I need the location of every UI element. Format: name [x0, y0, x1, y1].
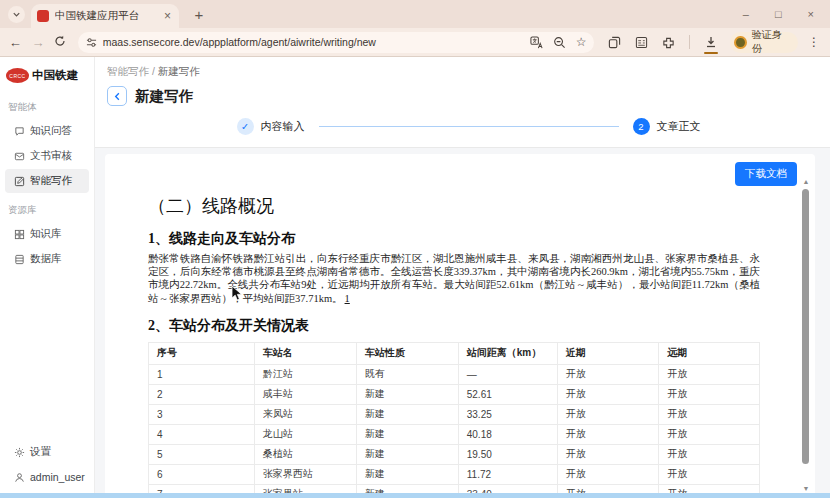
chevron-down-icon	[12, 10, 21, 19]
table-cell: 开放	[557, 464, 658, 484]
browser-tab[interactable]: 中国铁建应用平台 ×	[31, 4, 179, 28]
sidebar-item-knowledge-base[interactable]: 知识库	[5, 222, 89, 246]
chevron-left-icon	[113, 92, 122, 101]
scroll-down-icon[interactable]: ▼	[800, 485, 812, 492]
table-cell: 3	[149, 404, 255, 424]
page-header: 智能写作 / 新建写作 新建写作 ✓ 内容输入 2 文章正文	[95, 57, 830, 148]
download-doc-button[interactable]: 下载文档	[735, 162, 797, 186]
table-cell: 6	[149, 464, 255, 484]
table-header-cell: 车站性质	[356, 342, 458, 364]
breadcrumb: 智能写作 / 新建写作	[107, 65, 830, 79]
doc-subheading-1: 1、线路走向及车站分布	[148, 230, 760, 248]
table-header-row: 序号车站名车站性质站间距离（km）近期远期	[149, 342, 760, 364]
sidebar-item-label: 文书审核	[30, 149, 72, 163]
magnifier-minus-icon	[553, 36, 566, 49]
extensions-button[interactable]	[662, 36, 675, 49]
document-body: （二）线路概况 1、线路走向及车站分布 黔张常铁路自渝怀铁路黔江站引出，向东行经…	[105, 154, 815, 498]
table-cell: 开放	[557, 424, 658, 444]
table-cell: 1	[149, 364, 255, 384]
sidebar-item-doc-review[interactable]: 文书审核	[5, 144, 89, 168]
doc-subheading-2: 2、车站分布及开关情况表	[148, 317, 760, 335]
zoom-button[interactable]	[553, 36, 566, 49]
table-cell: 开放	[659, 384, 760, 404]
forward-button[interactable]: →	[27, 35, 50, 50]
table-cell: 既有	[356, 364, 458, 384]
avatar	[734, 36, 746, 49]
table-cell: 40.18	[458, 424, 557, 444]
browser-menu-button[interactable]: ⋮	[808, 35, 820, 49]
tab-search-button[interactable]	[8, 6, 25, 23]
tab-groups-button[interactable]	[608, 36, 621, 49]
tab-groups-icon	[608, 36, 621, 49]
scrollbar-thumb[interactable]	[802, 189, 809, 464]
scroll-up-icon[interactable]: ▲	[800, 178, 812, 185]
translate-button[interactable]	[530, 36, 543, 49]
downloads-button[interactable]	[704, 35, 718, 49]
table-cell: 龙山站	[254, 424, 356, 444]
table-cell: 19.50	[458, 444, 557, 464]
table-row: 2咸丰站新建52.61开放开放	[149, 384, 760, 404]
sidebar-item-settings[interactable]: 设置	[5, 440, 89, 464]
stepper-connector	[319, 126, 619, 127]
station-table-body: 1黔江站既有—开放开放2咸丰站新建52.61开放开放3来凤站新建33.25开放开…	[149, 364, 760, 498]
footnote-link[interactable]: 1	[343, 293, 350, 304]
station-table: 序号车站名车站性质站间距离（km）近期远期 1黔江站既有—开放开放2咸丰站新建5…	[148, 342, 760, 498]
mouse-cursor	[231, 285, 243, 302]
sidebar-section-agents: 智能体	[0, 91, 94, 118]
document-scrollbar[interactable]: ▲ ▼	[800, 178, 812, 492]
shortcuts-icon	[635, 36, 648, 49]
table-header-cell: 车站名	[254, 342, 356, 364]
sidebar-item-smart-writing[interactable]: 智能写作	[5, 169, 89, 193]
table-header-cell: 远期	[659, 342, 760, 364]
sidebar-item-user[interactable]: admin_user	[5, 465, 89, 489]
crcc-logo-icon: CRCC	[6, 68, 29, 83]
url-text[interactable]: maas.sensecore.dev/appplatform/agent/aiw…	[103, 36, 520, 48]
table-cell: 开放	[659, 404, 760, 424]
knowledge-base-icon	[14, 229, 25, 240]
breadcrumb-parent[interactable]: 智能写作	[107, 65, 149, 77]
table-cell: 开放	[557, 444, 658, 464]
window-minimize-button[interactable]: –	[743, 8, 749, 20]
tab-close-icon[interactable]: ×	[162, 9, 173, 23]
table-cell: 新建	[356, 444, 458, 464]
sidebar-item-database[interactable]: 数据库	[5, 247, 89, 271]
step-content-input: ✓ 内容输入	[237, 118, 305, 135]
bookmark-button[interactable]: ☆	[576, 35, 587, 49]
sidebar-item-label: admin_user	[30, 471, 85, 483]
sidebar: CRCC 中国铁建 智能体 知识问答 文书审核 智能写作 资源库 知识库 数据库	[0, 57, 95, 498]
brand-name: 中国铁建	[32, 68, 78, 83]
table-cell: —	[458, 364, 557, 384]
window-close-button[interactable]: ×	[808, 8, 814, 20]
table-header-cell: 站间距离（km）	[458, 342, 557, 364]
reload-button[interactable]	[49, 35, 72, 50]
sidebar-item-label: 知识问答	[30, 124, 72, 138]
toolbar-divider	[689, 35, 690, 49]
address-bar[interactable]: maas.sensecore.dev/appplatform/agent/aiw…	[78, 32, 595, 53]
extensions-icon	[662, 36, 675, 49]
table-row: 1黔江站既有—开放开放	[149, 364, 760, 384]
user-icon	[14, 472, 25, 483]
translate-icon	[530, 36, 543, 49]
step-done-icon: ✓	[237, 118, 254, 135]
table-row: 4龙山站新建40.18开放开放	[149, 424, 760, 444]
site-favicon	[37, 10, 49, 22]
back-to-list-button[interactable]	[107, 86, 127, 106]
back-button[interactable]: ←	[4, 35, 27, 50]
table-cell: 张家界西站	[254, 464, 356, 484]
sidebar-item-knowledge-qa[interactable]: 知识问答	[5, 119, 89, 143]
gear-icon	[14, 447, 25, 458]
database-icon	[14, 254, 25, 265]
window-maximize-button[interactable]: □	[775, 8, 782, 20]
new-tab-button[interactable]: +	[189, 6, 209, 23]
doc-section-heading: （二）线路概况	[148, 194, 760, 218]
table-row: 6张家界西站新建11.72开放开放	[149, 464, 760, 484]
shortcuts-button[interactable]	[635, 36, 648, 49]
profile-button[interactable]: 验证身份	[730, 32, 798, 53]
sidebar-item-label: 数据库	[30, 252, 62, 266]
table-cell: 52.61	[458, 384, 557, 404]
step-number-badge: 2	[633, 118, 650, 135]
breadcrumb-separator: /	[152, 65, 155, 77]
screen-share-strip	[0, 493, 830, 498]
table-cell: 2	[149, 384, 255, 404]
site-settings-icon[interactable]	[86, 37, 97, 48]
